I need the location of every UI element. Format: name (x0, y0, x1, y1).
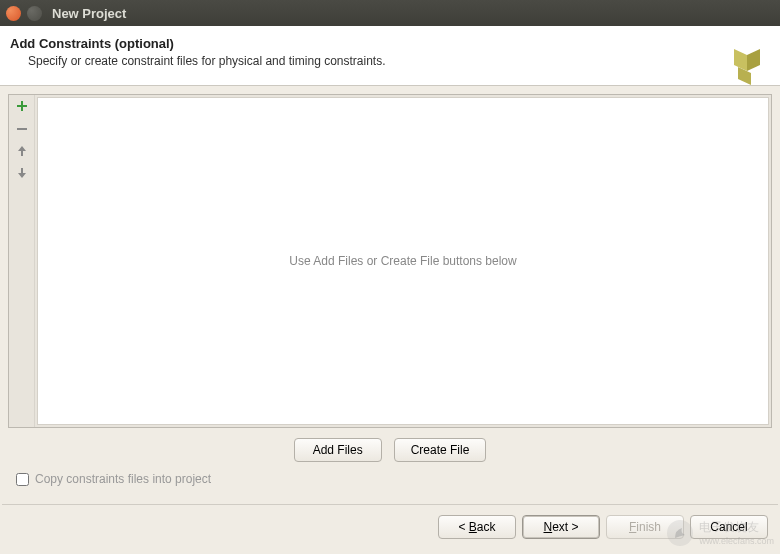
finish-button: Finish (606, 515, 684, 539)
header-section: Add Constraints (optional) Specify or cr… (0, 26, 780, 86)
cancel-button[interactable]: Cancel (690, 515, 768, 539)
file-list: Use Add Files or Create File buttons bel… (37, 97, 769, 425)
window-controls (6, 6, 42, 21)
svg-marker-1 (747, 49, 760, 71)
file-list-placeholder: Use Add Files or Create File buttons bel… (289, 254, 516, 268)
svg-marker-0 (734, 49, 747, 71)
create-file-button[interactable]: Create File (394, 438, 487, 462)
copy-constraints-label: Copy constraints files into project (35, 472, 211, 486)
back-button[interactable]: < Back (438, 515, 516, 539)
minimize-icon[interactable] (27, 6, 42, 21)
svg-rect-3 (17, 128, 27, 130)
content-area: Use Add Files or Create File buttons bel… (0, 86, 780, 504)
copy-constraints-checkbox[interactable] (16, 473, 29, 486)
page-description: Specify or create constraint files for p… (10, 54, 768, 68)
file-button-row: Add Files Create File (8, 428, 772, 468)
vivado-logo-icon (724, 41, 770, 87)
add-files-button[interactable]: Add Files (294, 438, 382, 462)
file-panel: Use Add Files or Create File buttons bel… (8, 94, 772, 428)
titlebar: New Project (0, 0, 780, 26)
remove-icon[interactable] (13, 121, 31, 137)
move-up-icon[interactable] (13, 143, 31, 159)
page-title: Add Constraints (optional) (10, 36, 768, 51)
window-title: New Project (52, 6, 126, 21)
file-toolbar (9, 95, 35, 427)
close-icon[interactable] (6, 6, 21, 21)
next-button[interactable]: Next > (522, 515, 600, 539)
move-down-icon[interactable] (13, 165, 31, 181)
add-icon[interactable] (13, 99, 31, 115)
copy-constraints-checkbox-row[interactable]: Copy constraints files into project (8, 468, 772, 496)
wizard-nav-row: < Back Next > Finish Cancel (0, 505, 780, 551)
